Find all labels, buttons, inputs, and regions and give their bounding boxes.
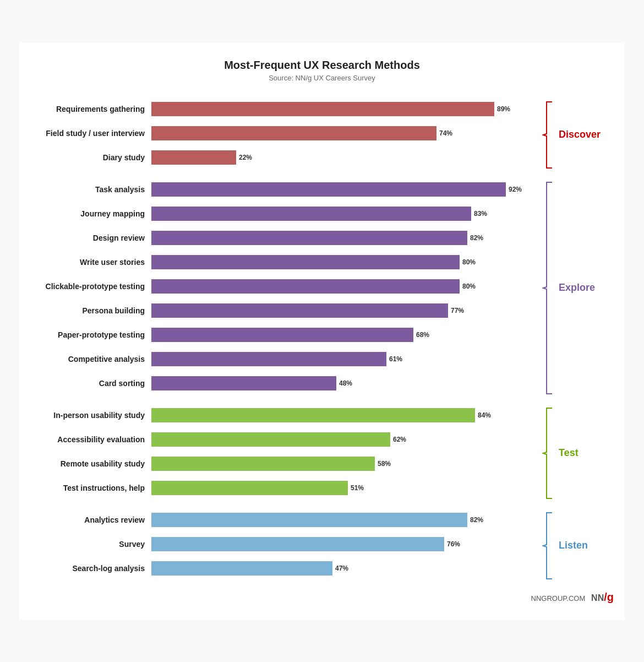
bracket-label-listen: Listen (559, 540, 588, 551)
footer-logo-slash: /g (604, 591, 614, 603)
bar-row: Requirements gathering89% (30, 99, 542, 120)
bar-label: Paper-prototype testing (30, 330, 151, 339)
bar-row: Journey mapping83% (30, 203, 542, 224)
bar-row: Accessibility evaluation62% (30, 429, 542, 450)
bar-label: Analytics review (30, 516, 151, 524)
bar-pct: 92% (509, 186, 522, 193)
bar-row: Diary study22% (30, 147, 542, 168)
bar-pct: 84% (478, 411, 491, 419)
discover-bracket-svg (542, 101, 555, 169)
bar-row: Persona building77% (30, 300, 542, 321)
bar-pct: 83% (474, 210, 487, 218)
section-gap (30, 502, 542, 509)
bar-fill (151, 231, 467, 245)
bar-fill (151, 126, 436, 140)
bracket-label-discover: Discover (559, 129, 601, 140)
bar-track: 83% (151, 207, 542, 221)
bar-label: Remote usability study (30, 459, 151, 468)
bar-pct: 62% (393, 436, 406, 443)
bar-fill (151, 279, 460, 294)
bar-row: Survey76% (30, 534, 542, 555)
bar-pct: 82% (470, 234, 483, 242)
bar-label: Design review (30, 234, 151, 242)
bar-row: Write user stories80% (30, 252, 542, 273)
bar-fill (151, 102, 494, 116)
bar-track: 61% (151, 352, 542, 366)
bar-label: Survey (30, 540, 151, 549)
bar-label: Write user stories (30, 258, 151, 267)
bar-pct: 76% (447, 540, 460, 548)
bracket-group-test: Test (542, 407, 614, 500)
bar-fill (151, 352, 386, 366)
bar-row: Remote usability study58% (30, 453, 542, 474)
bar-fill (151, 513, 467, 527)
bar-pct: 47% (335, 565, 348, 572)
bar-pct: 77% (451, 307, 464, 314)
bar-pct: 82% (470, 516, 483, 524)
bar-label: Card sorting (30, 379, 151, 388)
bar-label: Clickable-prototype testing (30, 282, 151, 291)
chart-title: Most-Frequent UX Research Methods (30, 59, 614, 72)
bar-label: Competitive analysis (30, 355, 151, 363)
bar-track: 80% (151, 279, 542, 294)
bar-pct: 80% (462, 283, 476, 290)
bar-fill (151, 255, 460, 269)
bar-row: Test instructions, help51% (30, 477, 542, 498)
brackets-area: DiscoverExploreTestListen (542, 99, 614, 582)
bar-label: Requirements gathering (30, 105, 151, 113)
bar-row: Paper-prototype testing68% (30, 324, 542, 345)
bar-track: 92% (151, 182, 542, 197)
bar-label: Accessibility evaluation (30, 435, 151, 444)
bar-track: 22% (151, 150, 542, 165)
bar-fill (151, 328, 413, 342)
bar-label: Search-log analysis (30, 564, 151, 573)
chart-subtitle: Source: NN/g UX Careers Survey (30, 74, 614, 82)
bar-fill (151, 537, 444, 551)
bracket-label-test: Test (559, 447, 578, 459)
bar-label: Field study / user interview (30, 129, 151, 138)
bar-track: 68% (151, 328, 542, 342)
bracket-label-explore: Explore (559, 282, 595, 294)
bar-track: 58% (151, 457, 542, 471)
bar-label: Journey mapping (30, 209, 151, 218)
bar-fill (151, 561, 332, 576)
explore-bracket-svg (542, 181, 555, 395)
chart-container: Most-Frequent UX Research Methods Source… (19, 42, 625, 620)
footer: NNGROUP.COM NN/g (30, 591, 614, 604)
bar-pct: 74% (439, 129, 452, 137)
bar-track: 74% (151, 126, 542, 140)
bar-label: Persona building (30, 306, 151, 315)
bar-track: 76% (151, 537, 542, 551)
bar-fill (151, 150, 236, 165)
bar-row: Competitive analysis61% (30, 349, 542, 370)
bar-pct: 80% (462, 258, 476, 266)
bracket-group-explore: Explore (542, 181, 614, 395)
bar-track: 84% (151, 408, 542, 422)
bar-pct: 48% (339, 379, 352, 387)
bar-pct: 61% (389, 355, 402, 363)
test-bracket-svg (542, 407, 555, 500)
bar-track: 47% (151, 561, 542, 576)
bar-track: 82% (151, 513, 542, 527)
bar-row: Clickable-prototype testing80% (30, 276, 542, 297)
bar-track: 51% (151, 481, 542, 495)
bar-track: 48% (151, 376, 542, 390)
bar-label: Diary study (30, 153, 151, 162)
section-gap (30, 171, 542, 179)
bar-row: Task analysis92% (30, 179, 542, 200)
bar-fill (151, 303, 448, 318)
bar-track: 89% (151, 102, 542, 116)
bar-row: Card sorting48% (30, 373, 542, 394)
bar-pct: 22% (239, 154, 252, 161)
bar-pct: 68% (416, 331, 429, 339)
bar-fill (151, 457, 375, 471)
section-gap (30, 397, 542, 405)
bar-pct: 89% (497, 105, 510, 113)
bar-label: In-person usability study (30, 411, 151, 420)
bar-row: Analytics review82% (30, 509, 542, 530)
bar-label: Task analysis (30, 185, 151, 194)
bar-pct: 58% (378, 460, 391, 468)
footer-text: NNGROUP.COM (531, 594, 586, 603)
bar-row: In-person usability study84% (30, 405, 542, 426)
bar-fill (151, 408, 475, 422)
